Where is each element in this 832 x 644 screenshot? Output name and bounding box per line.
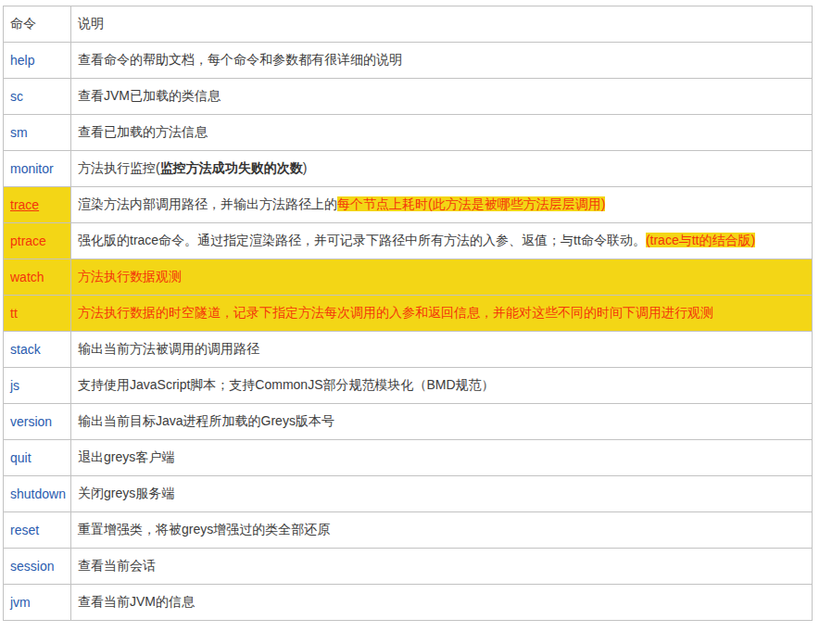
- table-row: sc查看JVM已加载的类信息: [4, 79, 813, 115]
- description-text: 方法执行数据的时空隧道，记录下指定方法每次调用的入参和返回信息，并能对这些不同的…: [78, 305, 713, 320]
- description-cell: 重置增强类，将被greys增强过的类全部还原: [71, 512, 813, 549]
- description-text: 关闭greys服务端: [78, 486, 174, 500]
- command-link-sm[interactable]: sm: [10, 125, 28, 140]
- command-cell: trace: [4, 187, 71, 223]
- description-text: (trace与tt的结合版): [646, 233, 755, 247]
- command-link-quit[interactable]: quit: [10, 450, 32, 465]
- command-link-trace[interactable]: trace: [10, 197, 39, 212]
- table-row: stack输出当前方法被调用的调用路径: [4, 332, 813, 368]
- description-text: 查看当前会话: [78, 558, 156, 573]
- description-text: 每个节点上耗时(此方法是被哪些方法层层调用): [337, 196, 605, 211]
- table-row: sm查看已加载的方法信息: [4, 115, 813, 151]
- command-link-monitor[interactable]: monitor: [10, 161, 54, 176]
- description-text: 方法执行数据观测: [78, 269, 182, 284]
- header-row: 命令 说明: [4, 6, 813, 43]
- command-cell: session: [4, 549, 71, 585]
- column-header-command: 命令: [4, 6, 71, 43]
- table-row: js支持使用JavaScript脚本；支持CommonJS部分规范模块化（BMD…: [4, 368, 813, 404]
- command-link-session[interactable]: session: [10, 559, 54, 574]
- description-cell: 查看当前JVM的信息: [71, 585, 813, 621]
- description-text: 渲染方法内部调用路径，并输出方法路径上的: [78, 196, 337, 211]
- command-link-js[interactable]: js: [10, 378, 19, 393]
- table-row: ptrace强化版的trace命令。通过指定渲染路径，并可记录下路径中所有方法的…: [4, 223, 813, 259]
- description-text: ): [303, 160, 308, 175]
- description-text: 重置增强类，将被greys增强过的类全部还原: [78, 522, 330, 537]
- table-row: tt方法执行数据的时空隧道，记录下指定方法每次调用的入参和返回信息，并能对这些不…: [4, 296, 813, 332]
- table-row: monitor方法执行监控(监控方法成功失败的次数): [4, 151, 813, 187]
- table-row: jvm查看当前JVM的信息: [4, 585, 813, 621]
- command-cell: monitor: [4, 151, 71, 187]
- command-cell: reset: [4, 512, 71, 549]
- command-link-help[interactable]: help: [10, 53, 34, 68]
- command-cell: watch: [4, 259, 71, 296]
- command-cell: ptrace: [4, 223, 71, 259]
- command-link-ptrace[interactable]: ptrace: [10, 234, 46, 248]
- command-table: 命令 说明 help查看命令的帮助文档，每个命令和参数都有很详细的说明sc查看J…: [3, 6, 813, 621]
- table-row: quit退出greys客户端: [4, 440, 813, 476]
- command-link-sc[interactable]: sc: [10, 89, 23, 104]
- description-text: 输出当前方法被调用的调用路径: [78, 341, 259, 356]
- command-link-jvm[interactable]: jvm: [10, 595, 31, 610]
- description-cell: 查看已加载的方法信息: [71, 115, 813, 151]
- column-header-description: 说明: [71, 6, 813, 43]
- description-cell: 关闭greys服务端: [71, 476, 813, 512]
- description-text: 方法执行监控(: [78, 160, 160, 175]
- description-cell: 查看当前会话: [71, 549, 813, 585]
- description-text: 输出当前目标Java进程所加载的Greys版本号: [78, 413, 334, 428]
- command-link-watch[interactable]: watch: [10, 270, 44, 284]
- description-text: 查看当前JVM的信息: [78, 594, 195, 609]
- command-link-shutdown[interactable]: shutdown: [10, 486, 66, 501]
- command-cell: js: [4, 368, 71, 404]
- description-text: 监控方法成功失败的次数: [160, 160, 303, 175]
- command-link-stack[interactable]: stack: [10, 342, 41, 357]
- command-cell: stack: [4, 332, 71, 368]
- table-row: help查看命令的帮助文档，每个命令和参数都有很详细的说明: [4, 43, 813, 79]
- command-link-version[interactable]: version: [10, 414, 52, 429]
- description-cell: 查看JVM已加载的类信息: [71, 79, 813, 115]
- table-row: trace渲染方法内部调用路径，并输出方法路径上的每个节点上耗时(此方法是被哪些…: [4, 187, 813, 223]
- command-cell: jvm: [4, 585, 71, 621]
- description-text: 查看JVM已加载的类信息: [78, 88, 221, 103]
- description-text: 支持使用JavaScript脚本；支持CommonJS部分规范模块化（BMD规范…: [78, 377, 495, 392]
- description-cell: 查看命令的帮助文档，每个命令和参数都有很详细的说明: [71, 43, 813, 79]
- description-text: 查看已加载的方法信息: [78, 124, 208, 139]
- description-cell: 方法执行数据的时空隧道，记录下指定方法每次调用的入参和返回信息，并能对这些不同的…: [71, 296, 813, 332]
- description-text: 强化版的trace命令。通过指定渲染路径，并可记录下路径中所有方法的入参、返值；…: [78, 233, 646, 247]
- table-row: reset重置增强类，将被greys增强过的类全部还原: [4, 512, 813, 549]
- table-row: version输出当前目标Java进程所加载的Greys版本号: [4, 404, 813, 440]
- command-link-tt[interactable]: tt: [10, 306, 18, 321]
- command-cell: help: [4, 43, 71, 79]
- table-row: session查看当前会话: [4, 549, 813, 585]
- description-text: 退出greys客户端: [78, 449, 174, 464]
- command-link-reset[interactable]: reset: [10, 523, 39, 537]
- command-cell: quit: [4, 440, 71, 476]
- description-cell: 方法执行监控(监控方法成功失败的次数): [71, 151, 813, 187]
- description-cell: 输出当前方法被调用的调用路径: [71, 332, 813, 368]
- description-cell: 退出greys客户端: [71, 440, 813, 476]
- command-cell: sc: [4, 79, 71, 115]
- description-cell: 渲染方法内部调用路径，并输出方法路径上的每个节点上耗时(此方法是被哪些方法层层调…: [71, 187, 813, 223]
- table-row: shutdown关闭greys服务端: [4, 476, 813, 512]
- description-cell: 输出当前目标Java进程所加载的Greys版本号: [71, 404, 813, 440]
- command-cell: tt: [4, 296, 71, 332]
- command-cell: version: [4, 404, 71, 440]
- description-cell: 强化版的trace命令。通过指定渲染路径，并可记录下路径中所有方法的入参、返值；…: [71, 223, 813, 259]
- description-cell: 方法执行数据观测: [71, 259, 813, 296]
- description-cell: 支持使用JavaScript脚本；支持CommonJS部分规范模块化（BMD规范…: [71, 368, 813, 404]
- description-text: 查看命令的帮助文档，每个命令和参数都有很详细的说明: [78, 52, 402, 67]
- command-cell: sm: [4, 115, 71, 151]
- command-cell: shutdown: [4, 476, 71, 512]
- table-row: watch方法执行数据观测: [4, 259, 813, 296]
